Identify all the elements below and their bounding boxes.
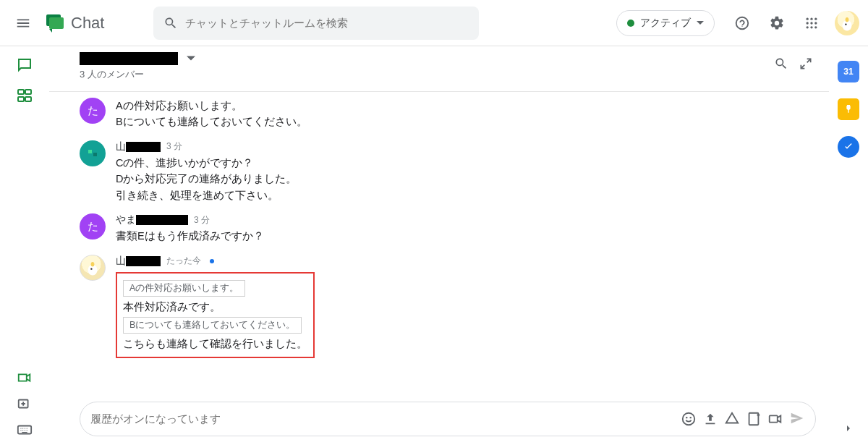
tasks-addon-button[interactable]	[838, 136, 859, 158]
search-input[interactable]	[185, 17, 469, 29]
message-timestamp: 3 分	[194, 214, 210, 226]
create-doc-icon[interactable]	[746, 411, 762, 427]
avatar-pixel-icon	[85, 146, 100, 161]
svg-point-24	[683, 413, 695, 425]
help-button[interactable]	[728, 9, 757, 38]
unread-indicator-icon	[210, 259, 214, 263]
svg-point-8	[807, 26, 809, 28]
rooms-tab-icon[interactable]	[16, 87, 33, 104]
chat-logo-icon	[43, 12, 67, 35]
message-item: 山 3 分 Cの件、進捗いかがですか？ Dから対応完了の連絡がありました。 引き…	[80, 140, 816, 203]
compose-bar[interactable]	[80, 402, 816, 436]
svg-point-10	[814, 26, 817, 28]
avatar-bird-icon	[838, 14, 856, 33]
top-bar: Chat アクティブ	[0, 0, 868, 46]
svg-rect-15	[18, 97, 24, 101]
calendar-addon-button[interactable]: 31	[838, 61, 859, 82]
drive-icon[interactable]	[724, 411, 740, 427]
upload-icon[interactable]	[702, 411, 718, 427]
svg-point-6	[810, 22, 812, 24]
quoted-text-chip: Bについても連絡しておいてください。	[123, 317, 302, 334]
svg-point-23	[90, 268, 92, 269]
account-avatar[interactable]	[835, 11, 859, 35]
search-bar[interactable]	[153, 7, 479, 40]
side-panel: 31	[829, 46, 868, 445]
svg-point-3	[810, 17, 812, 20]
message-text: Dから対応完了の連絡がありました。	[116, 171, 816, 187]
highlighted-reply-box: Aの件対応お願いします。 本件対応済みです。 Bについても連絡しておいてください…	[116, 272, 315, 358]
message-text: こちらも連絡して確認を行いました。	[123, 338, 307, 349]
video-call-icon[interactable]	[17, 370, 33, 386]
svg-rect-14	[25, 90, 31, 94]
svg-point-26	[690, 417, 692, 418]
svg-point-2	[807, 17, 809, 20]
avatar	[80, 255, 106, 281]
message-item: た Aの件対応お願いします。 Bについても連絡しておいてください。	[80, 98, 816, 130]
send-button[interactable]	[789, 410, 805, 428]
avatar: た	[80, 213, 106, 240]
presence-status-button[interactable]: アクティブ	[616, 10, 715, 36]
message-text: Cの件、進捗いかがですか？	[116, 155, 816, 171]
svg-point-9	[810, 26, 812, 28]
svg-rect-13	[18, 90, 24, 94]
svg-rect-20	[88, 150, 92, 153]
svg-rect-27	[749, 413, 759, 425]
video-meeting-icon[interactable]	[767, 411, 783, 427]
google-apps-button[interactable]	[797, 9, 826, 38]
caret-down-icon	[187, 54, 195, 63]
message-text: 書類Eはもう作成済みですか？	[116, 228, 816, 244]
message-list[interactable]: た Aの件対応お願いします。 Bについても連絡しておいてください。 山 3 分 …	[49, 91, 829, 393]
room-name-dropdown[interactable]	[80, 52, 195, 65]
avatar-bird-icon	[83, 258, 102, 277]
room-header: 3 人のメンバー	[49, 46, 829, 91]
svg-point-12	[845, 23, 846, 25]
chat-tab-icon[interactable]	[16, 56, 33, 74]
svg-rect-19	[85, 146, 100, 161]
message-text: Aの件対応お願いします。	[116, 98, 816, 114]
svg-point-25	[686, 417, 687, 418]
search-icon	[163, 16, 178, 30]
svg-point-5	[807, 22, 809, 24]
emoji-icon[interactable]	[681, 411, 697, 427]
app-logo[interactable]: Chat	[43, 12, 104, 35]
message-text: 本件対応済みです。	[123, 301, 221, 313]
quoted-text-chip: Aの件対応お願いします。	[123, 280, 245, 297]
message-author: やま	[116, 213, 188, 226]
collapse-panel-icon[interactable]	[799, 56, 813, 71]
compose-input[interactable]	[90, 413, 675, 425]
avatar	[80, 140, 106, 166]
svg-rect-21	[93, 153, 97, 156]
avatar: た	[80, 98, 106, 124]
settings-button[interactable]	[762, 9, 791, 38]
room-members-label: 3 人のメンバー	[80, 68, 195, 81]
calendar-day-number: 31	[843, 67, 853, 77]
chevron-right-icon	[843, 423, 854, 434]
left-nav-rail	[0, 46, 49, 445]
main-menu-button[interactable]	[9, 9, 38, 38]
message-item: 山 たった今 Aの件対応お願いします。 本件対応済みです。 Bについても連絡して…	[80, 255, 816, 358]
svg-rect-28	[770, 415, 778, 422]
svg-point-7	[814, 22, 817, 24]
svg-rect-16	[25, 97, 31, 101]
side-panel-collapse-button[interactable]	[843, 423, 854, 436]
apps-grid-icon	[804, 16, 819, 30]
svg-rect-1	[49, 17, 64, 29]
presence-dot-icon	[627, 20, 634, 27]
left-rail-bottom	[17, 370, 33, 438]
room-search-icon[interactable]	[774, 56, 788, 71]
caret-down-icon	[697, 20, 704, 27]
keyboard-icon[interactable]	[17, 422, 33, 438]
tasks-icon	[843, 141, 854, 153]
message-text: Bについても連絡しておいてください。	[116, 114, 816, 130]
message-timestamp: 3 分	[166, 140, 182, 153]
presence-status-label: アクティブ	[640, 17, 691, 30]
add-video-icon[interactable]	[17, 396, 33, 412]
app-name: Chat	[71, 14, 104, 33]
keep-addon-button[interactable]	[838, 98, 859, 120]
message-item: た やま 3 分 書類Eはもう作成済みですか？	[80, 213, 816, 244]
keep-icon	[843, 103, 854, 115]
hamburger-icon	[15, 15, 31, 31]
message-text: 引き続き、処理を進めて下さい。	[116, 187, 816, 203]
message-timestamp: たった今	[166, 255, 201, 267]
gear-icon	[769, 15, 785, 31]
